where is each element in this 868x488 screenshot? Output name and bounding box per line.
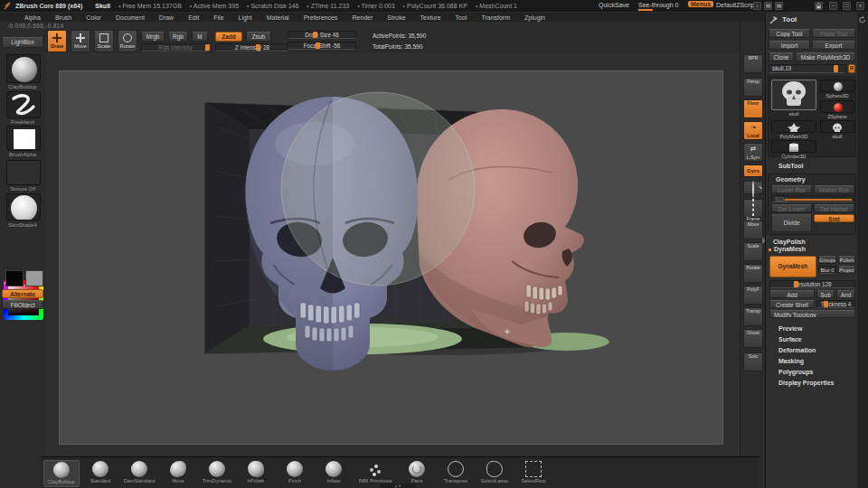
menu-zplugin[interactable]: Zplugin (518, 14, 552, 22)
create-shell-button[interactable]: Create Shell (769, 300, 815, 308)
del-higher-button[interactable]: Del Higher (814, 204, 854, 212)
doc-grab-icon[interactable]: ‹ (753, 2, 761, 10)
brush-pinch[interactable]: Pinch (277, 460, 313, 487)
brush-standard[interactable]: Standard (82, 460, 118, 487)
tool-transpose[interactable]: Transpose (438, 460, 474, 487)
modify-topology-button[interactable]: Modify Topology (769, 310, 855, 318)
divide-button[interactable]: Divide (771, 214, 812, 232)
make-polymesh3d-button[interactable]: Make PolyMesh3D (796, 52, 855, 61)
surface-section[interactable]: Surface (778, 336, 802, 343)
polygroups-section[interactable]: Polygroups (778, 369, 814, 375)
cylinder3d-thumbnail[interactable] (771, 140, 816, 153)
rotate-mode-button[interactable]: Rotate (118, 30, 137, 52)
resolution-handle[interactable] (794, 281, 798, 287)
menu-texture[interactable]: Texture (414, 14, 448, 22)
export-button[interactable]: Export (812, 41, 855, 50)
preview-section[interactable]: Preview (778, 325, 802, 332)
menu-preferences[interactable]: Preferences (297, 14, 344, 22)
canvas-area[interactable] (45, 52, 740, 456)
tool-selectrect[interactable]: SelectRect (515, 460, 552, 487)
brush-claybuildup[interactable]: ClayBuildup (43, 460, 80, 487)
default-zscript-button[interactable]: DefaultZScript (716, 2, 756, 8)
dynamesh-section[interactable]: DynaMesh (774, 246, 806, 252)
scale-nav-button[interactable]: Scale (743, 242, 763, 261)
menu-color[interactable]: Color (80, 14, 108, 22)
tool-selectlasso[interactable]: SelectLasso (476, 460, 513, 487)
zadd-button[interactable]: Zadd (215, 32, 242, 42)
brush-trimdynamic[interactable]: TrimDynamic (199, 460, 235, 487)
m-button[interactable]: M (192, 32, 208, 42)
paste-tool-button[interactable]: Paste Tool (812, 29, 855, 38)
z-intensity-handle[interactable] (256, 44, 260, 51)
resolution-slider[interactable]: Resolution 128 (769, 280, 855, 288)
active-tool-thumbnail[interactable] (771, 80, 816, 110)
menu-render[interactable]: Render (345, 14, 379, 22)
polyf-button[interactable]: PolyF (743, 286, 763, 305)
dynamesh-project-button[interactable]: Project (838, 266, 855, 274)
zoom-button[interactable] (743, 181, 763, 194)
tray-scrollbar[interactable]: ▲▼ (380, 483, 416, 488)
persp-button[interactable]: Persp (743, 78, 763, 97)
dynamesh-and-button[interactable]: And (836, 290, 855, 298)
move-nav-button[interactable]: Move (743, 221, 763, 239)
menu-material[interactable]: Material (260, 14, 296, 22)
lock-icon[interactable] (815, 2, 823, 10)
import-button[interactable]: Import (769, 41, 810, 50)
lower-res-button[interactable]: Lower Res (771, 185, 812, 193)
draw-size-handle[interactable] (313, 32, 317, 38)
focal-shift-slider[interactable]: Focal Shift -56 (288, 42, 356, 50)
main-color-swatch[interactable] (5, 270, 24, 286)
doc-right-icon[interactable]: ▤ (775, 2, 783, 10)
menu-edit[interactable]: Edit (182, 14, 205, 22)
draw-size-slider[interactable]: Draw Size 46 (288, 31, 356, 39)
current-stroke-thumbnail[interactable] (6, 91, 41, 118)
menu-file[interactable]: File (207, 14, 230, 22)
gyro-button[interactable]: Gyro (743, 164, 763, 177)
local-button[interactable]: ◦•Local (743, 121, 763, 140)
document-viewport[interactable] (59, 70, 723, 445)
thickness-slider[interactable]: Thickness 4 (816, 300, 855, 308)
brush-move[interactable]: Move (160, 460, 196, 487)
sphere3d-thumbnail[interactable] (820, 80, 854, 92)
subtool-section[interactable]: SubTool (778, 163, 803, 169)
scale-mode-button[interactable]: Scale (94, 30, 114, 52)
current-texture-thumbnail[interactable] (6, 160, 41, 185)
floor-button[interactable]: Floor (743, 99, 763, 118)
menu-tool[interactable]: Tool (449, 14, 474, 22)
menu-draw[interactable]: Draw (153, 14, 180, 22)
alternate-button[interactable]: Alternate (2, 289, 43, 298)
r-button[interactable]: R (848, 64, 855, 73)
menu-stroke[interactable]: Stroke (381, 14, 411, 22)
del-lower-button[interactable]: Del Lower (771, 204, 812, 212)
bpr-button[interactable]: BPR (743, 54, 763, 73)
minimize-button[interactable]: − (829, 2, 837, 10)
zsphere-thumbnail[interactable] (820, 100, 854, 113)
brush-damstandard[interactable]: DamStandard (121, 460, 157, 487)
active-tool-handle[interactable] (834, 65, 838, 72)
focal-shift-handle[interactable] (316, 42, 320, 49)
menus-toggle[interactable]: Menus (688, 1, 713, 7)
rgb-intensity-handle[interactable] (205, 44, 210, 51)
menu-brush[interactable]: Brush (49, 14, 78, 22)
display-properties-section[interactable]: Display Properties (778, 380, 834, 386)
current-material-thumbnail[interactable] (6, 193, 41, 221)
current-alpha-thumbnail[interactable] (6, 126, 41, 151)
frame-button[interactable]: Frame (743, 199, 763, 218)
mrgb-button[interactable]: Mrgb (141, 32, 165, 42)
rotate-nav-button[interactable]: Rotate (743, 264, 763, 283)
current-brush-thumbnail[interactable] (6, 54, 41, 83)
deformation-section[interactable]: Deformation (778, 347, 816, 353)
lightbox-button[interactable]: LightBox (2, 37, 43, 48)
active-tool-slider[interactable]: skull.19 (769, 64, 846, 73)
dynamesh-groups-button[interactable]: Groups (818, 256, 836, 264)
dynamesh-button[interactable]: DynaMesh (769, 256, 816, 277)
fill-object-button[interactable]: FillObject (2, 300, 43, 309)
menu-alpha[interactable]: Alpha (18, 14, 47, 22)
rgb-button[interactable]: Rgb (168, 32, 188, 42)
smt-button[interactable]: Smt (814, 214, 854, 222)
claypolish-section[interactable]: ClayPolish (773, 239, 806, 245)
brush-inflate[interactable]: Inflate (316, 460, 352, 487)
doc-left-icon[interactable]: ▤ (764, 2, 772, 10)
secondary-color-swatch[interactable] (25, 270, 43, 286)
quicksave-button[interactable]: QuickSave (599, 2, 629, 8)
